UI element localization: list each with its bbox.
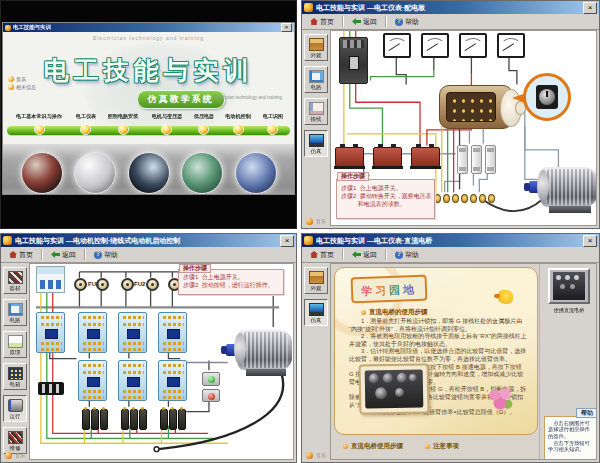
window-title: 电工技能与实训 —电动机控制·绕线式电动机启动控制 bbox=[15, 236, 280, 246]
section-heading: 直流电桥的使用步骤 bbox=[361, 308, 428, 317]
motor-base bbox=[246, 369, 286, 376]
menu-item-diagrams[interactable]: 电工识图 bbox=[261, 112, 285, 135]
toolbar-separator bbox=[41, 249, 43, 260]
contactor-km4 bbox=[158, 312, 187, 353]
sidebar-item-run[interactable]: 运行 bbox=[3, 395, 27, 422]
menu-item-instruments[interactable]: 电工仪表 bbox=[74, 112, 98, 135]
home-button[interactable]: 首页 bbox=[305, 248, 339, 262]
starting-resistor bbox=[160, 409, 168, 430]
title-bar: 电工技能与实训 —电工仪表·配电板 × bbox=[302, 1, 599, 14]
meters-sim-screenshot: 电工技能与实训 —电工仪表·配电板 × 首页 返回 帮助 外观 电路 接线 仿真… bbox=[301, 0, 600, 229]
music-ball-icon bbox=[306, 452, 313, 459]
bullet-icon bbox=[361, 310, 366, 315]
circuit-icon bbox=[8, 303, 23, 316]
motor-endcap bbox=[537, 170, 549, 202]
wires-photo-thumb[interactable] bbox=[21, 152, 63, 194]
sidebar-item-principle[interactable]: 原理 bbox=[3, 331, 27, 358]
component-photo-thumb[interactable] bbox=[128, 152, 170, 194]
menu-item-motorcontrol[interactable]: 电动机控制 bbox=[223, 112, 253, 135]
back-button[interactable]: 返回 bbox=[347, 248, 382, 262]
english-header: Electrician technology and training bbox=[3, 35, 294, 41]
main-title: 电工技能与实训 bbox=[3, 54, 294, 87]
app-icon bbox=[304, 236, 313, 245]
sidebar-item-appearance[interactable]: 外观 bbox=[304, 267, 328, 294]
toolbar: 首页 返回 帮助 bbox=[302, 247, 599, 263]
menu-item-basics[interactable]: 电工基本常识与操作 bbox=[12, 112, 66, 135]
help-button[interactable]: 帮助 bbox=[89, 248, 123, 262]
sidebar-item-circuit[interactable]: 电路 bbox=[3, 299, 27, 326]
music-toggle[interactable]: 音乐 bbox=[5, 451, 26, 460]
menu-item-lowvoltage[interactable]: 低压电器 bbox=[192, 112, 216, 135]
panel-meter-2 bbox=[421, 33, 449, 58]
back-button[interactable]: 返回 bbox=[347, 15, 382, 29]
close-button[interactable]: × bbox=[281, 23, 292, 32]
link-precautions[interactable]: 注意事项 bbox=[425, 442, 459, 451]
title-bar: 电工技能与实训 —电工仪表·直流电桥 × bbox=[302, 234, 599, 247]
menu-item-machines[interactable]: 电机与变压器 bbox=[149, 112, 185, 135]
music-toggle[interactable]: 音乐 bbox=[306, 451, 327, 460]
toolbar-separator bbox=[342, 249, 344, 260]
knife-switch[interactable] bbox=[38, 382, 64, 395]
starting-resistor bbox=[100, 409, 108, 430]
app-icon bbox=[5, 25, 11, 31]
back-button[interactable]: 返回 bbox=[46, 248, 81, 262]
lesson-links: 直流电桥使用步骤 注意事项 bbox=[343, 442, 459, 451]
info-link[interactable]: 相关信息 bbox=[8, 84, 36, 90]
sidebar-item-repair[interactable]: 维修 bbox=[3, 427, 27, 454]
bridge-thumbnail[interactable] bbox=[548, 268, 590, 304]
start-button[interactable] bbox=[202, 372, 220, 386]
motor[interactable] bbox=[529, 167, 597, 213]
pushbutton-station[interactable] bbox=[202, 372, 220, 402]
bridge-thumb-image bbox=[553, 272, 585, 300]
motor-ribs bbox=[545, 169, 593, 205]
sidebar-item-appearance[interactable]: 外观 bbox=[304, 34, 328, 61]
stop-button[interactable] bbox=[202, 389, 220, 403]
steps-text: 步骤1 合上电源开关。 步骤2 拨动转换开关，观察电压表 和电流表的读数。 bbox=[341, 184, 432, 216]
sidebar-item-panel-box[interactable]: 电箱 bbox=[3, 363, 27, 390]
circuit-breaker[interactable] bbox=[339, 37, 368, 84]
link-usage-steps[interactable]: 直流电桥使用步骤 bbox=[343, 442, 403, 451]
learning-card: 学习园地 直流电桥的使用步骤 1．测量前先打开检流计锁扣，即将 G 接线柱处的金… bbox=[334, 267, 538, 435]
motor[interactable] bbox=[226, 330, 292, 376]
sidebar-item-simulation[interactable]: 仿真 bbox=[304, 130, 328, 157]
sidebar-item-circuit[interactable]: 电路 bbox=[304, 66, 328, 93]
help-question-icon bbox=[395, 18, 403, 26]
box-icon bbox=[309, 271, 324, 284]
motor-control-screenshot: 电工技能与实训 —电动机控制·绕线式电动机启动控制 × 首页 返回 帮助 器材 … bbox=[0, 233, 297, 463]
starting-resistor bbox=[178, 409, 186, 430]
operation-steps-box: 操作步骤 步骤1 合上电源开关。 步骤2 按动按钮，进行运行操作。 bbox=[178, 269, 284, 295]
sidebar-item-simulation[interactable]: 仿真 bbox=[304, 299, 328, 326]
home-button[interactable]: 首页 bbox=[305, 15, 339, 29]
simulation-canvas: FU1 FU2 操作步骤 步骤1 合上电源开关。 步骤2 按动按钮，进行运行操作… bbox=[29, 263, 294, 460]
knob-magnifier-callout[interactable] bbox=[523, 73, 571, 121]
sphere-bullet-icon bbox=[118, 124, 129, 135]
close-button[interactable]: × bbox=[280, 235, 294, 247]
changeover-switch[interactable] bbox=[439, 85, 513, 129]
help-button[interactable]: 帮助 bbox=[390, 15, 424, 29]
contactor-km3 bbox=[118, 312, 147, 353]
circuit-breaker[interactable] bbox=[36, 266, 65, 293]
page-icon bbox=[8, 335, 23, 348]
close-button[interactable]: × bbox=[583, 2, 597, 14]
fuse-4 bbox=[146, 278, 159, 291]
sidebar-item-equipment[interactable]: 器材 bbox=[3, 267, 27, 294]
menu-item-lighting[interactable]: 照明电路安装 bbox=[105, 112, 141, 135]
contactor-km7 bbox=[158, 360, 187, 401]
help-button[interactable]: 帮助 bbox=[390, 248, 424, 262]
help-question-icon bbox=[94, 251, 102, 259]
help-note-box: 帮助 点击右侧图片可选择进行相应操作的器件。 点击下方按钮可学习相关知识。 bbox=[544, 416, 597, 460]
letterbox-top bbox=[1, 1, 296, 22]
motor-endcap bbox=[234, 333, 246, 365]
home-button[interactable]: 首页 bbox=[4, 248, 38, 262]
fuse-group-label: FU2 bbox=[134, 281, 145, 287]
music-toggle[interactable]: 音乐 bbox=[8, 76, 36, 82]
sidebar-item-wiring[interactable]: 接线 bbox=[304, 98, 328, 125]
monitor-icon bbox=[309, 303, 324, 316]
meter-photo-thumb[interactable] bbox=[74, 152, 116, 194]
close-button[interactable]: × bbox=[583, 235, 597, 247]
switch-contact-band bbox=[446, 92, 496, 122]
music-toggle[interactable]: 音乐 bbox=[306, 217, 327, 226]
parts-photo-thumb[interactable] bbox=[235, 152, 277, 194]
steps-header: 操作步骤 bbox=[179, 264, 211, 273]
motor-photo-thumb[interactable] bbox=[181, 152, 223, 194]
